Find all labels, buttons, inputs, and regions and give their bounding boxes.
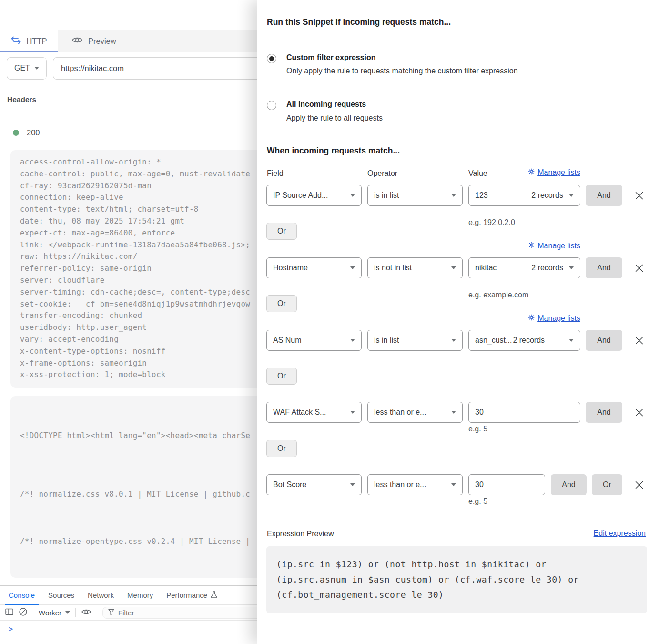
operator-value: less than or e...: [374, 480, 426, 489]
expression-line: (ip.src in $123) or (not http.host in $n…: [276, 557, 637, 572]
method-dropdown[interactable]: GET: [7, 57, 47, 80]
swap-arrows-icon: [11, 36, 21, 46]
remove-condition-button[interactable]: [634, 263, 644, 273]
field-select-row2[interactable]: Hostname: [266, 257, 362, 278]
or-connector-button[interactable]: Or: [266, 440, 297, 457]
manage-lists-link[interactable]: Manage lists: [468, 242, 580, 250]
remove-condition-button[interactable]: [634, 335, 644, 346]
dock-sidebar-icon[interactable]: [5, 608, 13, 617]
radio-custom-filter[interactable]: [267, 54, 276, 63]
or-connector-button[interactable]: Or: [266, 295, 297, 312]
tab-network[interactable]: Network: [81, 586, 121, 604]
operator-value: less than or e...: [374, 408, 426, 417]
prompt-chevron: >: [9, 625, 13, 634]
list-name: asn_cust...: [475, 336, 512, 345]
clear-console-icon[interactable]: [19, 607, 28, 618]
and-connector-button[interactable]: And: [586, 402, 622, 423]
or-connector-button[interactable]: Or: [266, 223, 297, 240]
field-value: Hostname: [273, 264, 308, 272]
operator-select-row1[interactable]: is in list: [367, 185, 463, 206]
radio-custom-filter-label[interactable]: Custom filter expression: [286, 53, 376, 62]
or-connector-button[interactable]: Or: [266, 368, 297, 385]
chevron-down-icon: [451, 194, 456, 197]
panel-left-border: [0, 30, 0, 644]
field-select-row4[interactable]: WAF Attack S...: [266, 402, 362, 423]
tab-performance[interactable]: Performance: [160, 586, 224, 604]
remove-condition-button[interactable]: [634, 190, 644, 201]
field-value: WAF Attack S...: [273, 408, 326, 417]
expression-preview-code: (ip.src in $123) or (not http.host in $n…: [266, 546, 647, 613]
manage-lists-label[interactable]: Manage lists: [537, 242, 580, 250]
tab-sources[interactable]: Sources: [41, 586, 81, 604]
tab-console-label: Console: [9, 591, 35, 599]
chevron-down-icon: [65, 611, 70, 614]
field-select-row3[interactable]: AS Num: [266, 330, 362, 351]
list-record-count: 2 records: [531, 191, 569, 200]
tab-console[interactable]: Console: [2, 586, 41, 604]
and-connector-button[interactable]: And: [586, 330, 622, 351]
remove-condition-button[interactable]: [634, 407, 644, 418]
tab-preview[interactable]: Preview: [58, 30, 130, 52]
operator-select-row3[interactable]: is in list: [367, 330, 463, 351]
eye-icon: [71, 36, 83, 46]
operator-select-row2[interactable]: is not in list: [367, 257, 463, 278]
or-label: Or: [603, 480, 611, 489]
tab-http[interactable]: HTTP: [0, 30, 58, 52]
status-dot: [13, 130, 19, 136]
radio-all-requests[interactable]: [267, 101, 276, 110]
toolbar-divider: [75, 608, 76, 617]
worker-context-dropdown[interactable]: Worker: [39, 609, 70, 617]
manage-lists-link[interactable]: Manage lists: [468, 168, 580, 177]
manage-lists-label[interactable]: Manage lists: [537, 168, 580, 177]
chevron-down-icon: [569, 194, 574, 197]
tab-memory[interactable]: Memory: [121, 586, 160, 604]
value-hint: e.g. 5: [468, 497, 487, 506]
radio-all-requests-label[interactable]: All incoming requests: [286, 100, 366, 109]
chevron-down-icon: [451, 411, 456, 414]
and-connector-button[interactable]: And: [586, 257, 622, 278]
radio-custom-filter-description: Only apply the rule to requests matching…: [286, 67, 518, 75]
or-label: Or: [277, 444, 286, 453]
or-label: Or: [277, 299, 286, 308]
field-select-row5[interactable]: Bot Score: [266, 474, 362, 495]
value-list-select-row2[interactable]: nikitac 2 records: [468, 257, 580, 278]
filter-input[interactable]: [118, 609, 242, 617]
radio-all-requests-description: Apply the rule to all requests: [286, 114, 383, 123]
or-connector-button[interactable]: Or: [592, 474, 622, 495]
status-code: 200: [27, 128, 40, 137]
operator-select-row4[interactable]: less than or e...: [367, 402, 463, 423]
chevron-down-icon: [350, 339, 355, 342]
and-connector-button[interactable]: And: [551, 474, 587, 495]
operator-value: is in list: [374, 336, 399, 345]
remove-condition-button[interactable]: [634, 480, 644, 490]
flask-icon: [211, 591, 217, 600]
method-label: GET: [14, 64, 30, 72]
field-select-row1[interactable]: IP Source Add...: [266, 185, 362, 206]
headers-title-label: Headers: [7, 95, 36, 104]
and-label: And: [597, 264, 610, 272]
gear-icon: [528, 168, 535, 177]
manage-lists-link[interactable]: Manage lists: [468, 314, 580, 323]
edit-expression-link[interactable]: Edit expression: [594, 529, 646, 538]
value-input-row5[interactable]: [468, 474, 545, 495]
list-record-count: 2 records: [531, 264, 569, 272]
and-connector-button[interactable]: And: [586, 185, 622, 206]
value-input-row4[interactable]: [468, 402, 580, 423]
value-list-select-row3[interactable]: asn_cust... 2 records: [468, 330, 580, 351]
console-filter-box[interactable]: [102, 607, 279, 619]
eye-icon[interactable]: [81, 608, 91, 617]
chevron-down-icon: [569, 339, 574, 342]
worker-label: Worker: [39, 609, 61, 617]
panel-title: Run this Snippet if incoming requests ma…: [267, 17, 451, 27]
manage-lists-label[interactable]: Manage lists: [537, 314, 580, 323]
gear-icon: [528, 242, 535, 250]
value-list-select-row1[interactable]: 123 2 records: [468, 185, 580, 206]
expression-line: (cf.bot_management.score le 30): [276, 587, 637, 603]
chevron-down-icon: [451, 339, 456, 342]
tab-performance-label: Performance: [166, 591, 207, 599]
scrollbar-track[interactable]: [656, 0, 656, 644]
and-label: And: [597, 336, 610, 345]
operator-select-row5[interactable]: less than or e...: [367, 474, 463, 495]
match-heading: When incoming requests match...: [267, 146, 400, 156]
funnel-icon: [108, 608, 114, 617]
